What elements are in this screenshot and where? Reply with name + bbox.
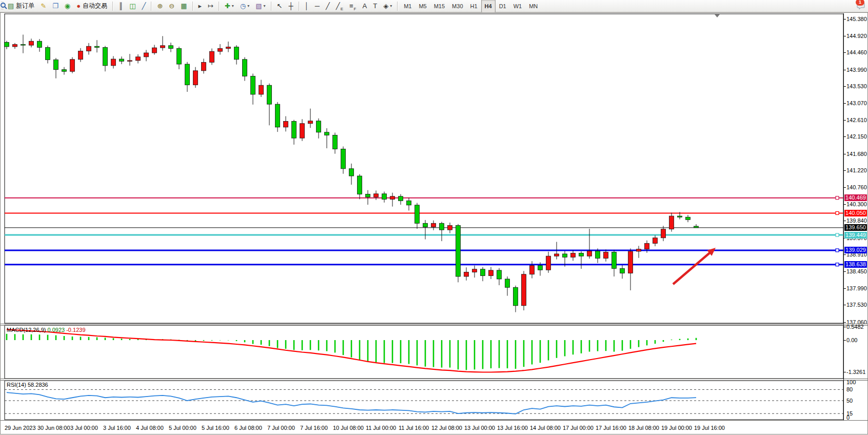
hline-handle-140.050[interactable] — [836, 211, 839, 214]
rsi-panel-canvas[interactable] — [1, 381, 868, 421]
hline-handle-139.029[interactable] — [836, 249, 839, 252]
candle-body — [669, 216, 674, 229]
timeframe-m1-button[interactable]: M1 — [400, 0, 415, 13]
candle-body — [522, 274, 526, 306]
notifications-button[interactable]: 1 — [857, 1, 862, 12]
time-axis-label: 19 Jul 00:00 — [661, 425, 692, 431]
macd-axis-label: 0.00 — [846, 338, 868, 343]
panel-separator[interactable] — [1, 325, 868, 326]
candle-body — [456, 226, 461, 276]
chart-window: ▼ USDJPY-,H4 139.690 139.747 139.650 139… — [0, 12, 868, 434]
candlestick-chart-button[interactable]: ◫ — [127, 1, 138, 12]
time-axis-label: 4 Jul 08:00 — [136, 425, 164, 431]
timeframe-m15-button[interactable]: M15 — [430, 0, 448, 13]
auto-scroll-button[interactable]: ▸ — [196, 1, 205, 12]
panel-separator[interactable] — [1, 324, 868, 324]
time-axis-label: 13 Jul 16:00 — [497, 425, 528, 431]
candle-body — [62, 70, 67, 72]
periods-dropdown-icon[interactable]: ▾ — [247, 4, 249, 8]
chart-profile-button[interactable]: ❐ — [50, 1, 61, 12]
panel-separator[interactable] — [1, 380, 868, 381]
tile-windows-button[interactable]: ▦ — [178, 1, 189, 12]
timeframe-w1-button[interactable]: W1 — [510, 0, 526, 13]
candle-body — [538, 266, 543, 270]
time-axis-label: 11 Jul 16:00 — [399, 425, 429, 431]
macd-panel-canvas[interactable] — [1, 325, 868, 379]
time-axis-label: 17 Jul 00:00 — [563, 425, 594, 431]
price-tick-label: 142.610 — [846, 117, 868, 123]
chart-shift-button[interactable]: ↦ — [205, 1, 216, 12]
zoom-out-button[interactable]: ⊖ — [166, 1, 177, 12]
price-tick-label: 141.680 — [846, 151, 868, 157]
equidistant-channel-sub-label: E — [341, 7, 343, 11]
timeframe-m30-button[interactable]: M30 — [448, 0, 466, 13]
panel-separator[interactable] — [1, 420, 868, 421]
cursor-button[interactable]: ↖ — [274, 1, 285, 12]
equidistant-channel-button[interactable]: ╱E — [333, 1, 346, 12]
candle-body — [193, 71, 198, 85]
crosshair-button[interactable]: ┼ — [286, 1, 295, 12]
hline-handle-139.449[interactable] — [836, 233, 839, 236]
templates-button[interactable]: ▧▾ — [253, 1, 268, 12]
time-axis-label: 12 Jul 08:00 — [431, 425, 462, 431]
candle — [70, 57, 75, 73]
candle-body — [481, 269, 485, 276]
timeframe-m5-button[interactable]: M5 — [415, 0, 430, 13]
periods-button[interactable]: ◷▾ — [238, 1, 252, 12]
indicators-button[interactable]: ✚▾ — [222, 1, 236, 12]
indicators-dropdown-icon[interactable]: ▾ — [232, 4, 234, 8]
horizontal-line-icon: ─ — [315, 3, 320, 9]
signal-button[interactable]: ◉ — [62, 1, 73, 12]
candle-body — [128, 61, 132, 61]
main-chart-canvas[interactable] — [1, 13, 868, 325]
search-button[interactable] — [851, 1, 856, 12]
price-tick-label: 143.530 — [846, 84, 868, 89]
time-axis-label: 11 Jul 00:00 — [366, 425, 396, 431]
trendline-icon: ╱ — [326, 3, 330, 9]
arrows-dropdown-icon[interactable]: ▾ — [390, 4, 392, 8]
timeframe-d1-button[interactable]: D1 — [496, 0, 510, 13]
hline-handle-138.638[interactable] — [836, 263, 839, 266]
new-order-button[interactable]: ▤新订单 — [5, 1, 37, 12]
trendline-button[interactable]: ╱ — [323, 1, 332, 12]
line-chart-button[interactable]: ╱ — [140, 1, 149, 12]
candle-body — [284, 122, 288, 127]
candle-body — [579, 253, 584, 256]
text-button[interactable]: A — [360, 1, 370, 12]
bar-chart-button[interactable]: ║ — [116, 1, 126, 12]
signal-icon: ◉ — [65, 3, 70, 9]
time-axis-label: 3 Jul 16:00 — [103, 425, 131, 431]
rsi-axis-label: 50 — [846, 398, 868, 404]
fibonacci-button[interactable]: ≡F — [347, 1, 359, 12]
timeframe-h1-button[interactable]: H1 — [467, 0, 481, 13]
highlighter-button[interactable]: ✎ — [38, 1, 49, 12]
toolbar-separator — [192, 2, 193, 11]
macd-axis-label: -1.3261 — [846, 369, 868, 375]
candle-body — [472, 269, 477, 272]
candle-body — [136, 57, 141, 61]
time-axis-label: 10 Jul 08:00 — [333, 425, 364, 431]
horizontal-line-button[interactable]: ─ — [312, 1, 322, 12]
candle-body — [226, 47, 231, 49]
vertical-line-button[interactable]: │ — [302, 1, 311, 12]
arrows-button[interactable]: ◈▾ — [381, 1, 394, 12]
candle-body — [308, 121, 313, 124]
toolbar-separator — [299, 2, 300, 11]
vertical-line-icon: │ — [305, 3, 309, 9]
hline-handle-140.469[interactable] — [836, 196, 839, 200]
panel-separator[interactable] — [1, 379, 868, 379]
price-axis-border — [843, 13, 844, 420]
templates-dropdown-icon[interactable]: ▾ — [264, 4, 266, 8]
auto-trading-button[interactable]: ●自动交易 — [74, 1, 110, 12]
candle-body — [5, 42, 9, 47]
candle-body — [563, 254, 567, 257]
candle-body — [202, 62, 206, 70]
candle-body — [653, 238, 658, 244]
text-label-button[interactable]: T — [370, 1, 380, 12]
auto-scroll-icon: ▸ — [199, 3, 202, 9]
timeframe-group: M1M5M15M30H1H4D1W1MN — [400, 0, 541, 13]
zoom-in-button[interactable]: ⊕ — [154, 1, 165, 12]
price-tick-label: 144.460 — [846, 50, 868, 55]
timeframe-h4-button[interactable]: H4 — [481, 0, 496, 13]
timeframe-mn-button[interactable]: MN — [525, 0, 541, 13]
